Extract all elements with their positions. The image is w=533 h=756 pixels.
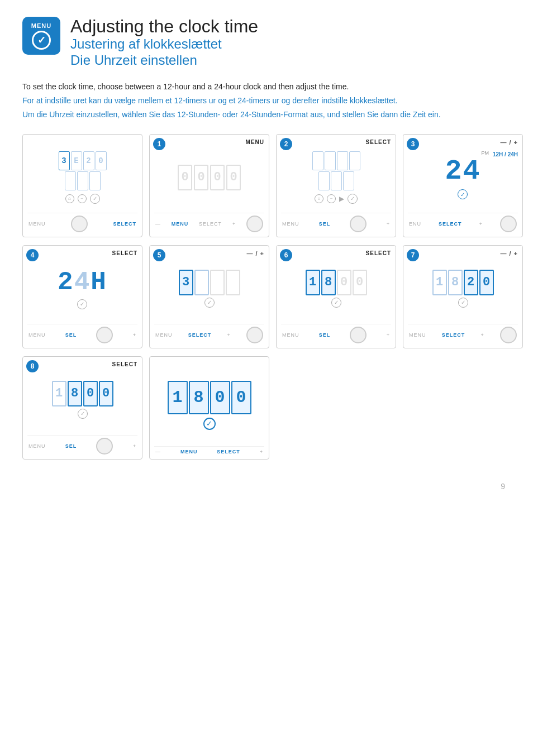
pm-indicator: PM: [482, 150, 489, 156]
page-number: 9: [22, 482, 511, 491]
house-icon: ⌂: [65, 194, 74, 203]
step0-display: 3 E 2 0 ⌂ ~ ✓: [30, 151, 135, 204]
seg-display-1: 0 0 0 0: [178, 165, 241, 190]
display-area-final: 1 8 0 0 ✓: [154, 361, 264, 446]
menu-icon-box: MENU: [22, 17, 60, 55]
bb-sel-4: SEL: [65, 332, 77, 338]
action-label-4: SELECT: [112, 250, 137, 256]
display-area-2: ⌂ ~ ▶ ✓: [281, 139, 391, 213]
action-label-6: SELECT: [366, 250, 391, 256]
bb-menu-0: MENU: [28, 221, 46, 227]
title-da: Justering af klokkeslættet: [70, 36, 258, 52]
s6-d4: 0: [353, 270, 367, 295]
fd3: 0: [210, 381, 230, 414]
final-digits: 1 8 0 0: [168, 381, 251, 414]
d3-s1: 0: [210, 165, 225, 190]
d4-s1: 0: [226, 165, 241, 190]
bb-plus-1: +: [232, 221, 236, 227]
big24-display: 24: [445, 155, 480, 187]
knob-1: [246, 216, 263, 232]
digit-2: 2: [83, 151, 94, 170]
desc-da: For at indstille uret kan du vælge melle…: [22, 95, 511, 107]
s6-d1: 1: [306, 270, 320, 295]
s7-d2: 8: [448, 270, 463, 295]
s2-d3: [337, 151, 348, 170]
action-label-1: MENU: [246, 139, 264, 145]
bb-plus-4: +: [133, 332, 136, 338]
bottom-bar-2: MENU SEL +: [281, 213, 391, 232]
display-area-0: 3 E 2 0 ⌂ ~ ✓: [27, 139, 137, 213]
bb-plus-5: +: [227, 332, 230, 338]
steps-row1: 3 E 2 0 ⌂ ~ ✓ MENU SELE: [22, 134, 511, 237]
s8-d2: 8: [68, 381, 82, 406]
bb-dash-1: —: [155, 221, 161, 227]
s5-d1: 3: [179, 270, 193, 295]
bb-plus-8: +: [133, 443, 136, 449]
step-card-5: 5 — / + 3 ✓ MENU SELECT +: [149, 245, 269, 348]
bb-menu-7: MENU: [409, 332, 426, 338]
bb-sel-5: SELECT: [188, 332, 212, 338]
knob-0: [71, 216, 88, 232]
s2-top-row: [312, 151, 360, 170]
step-num-8: 8: [26, 360, 39, 372]
bb-menu-2: MENU: [282, 221, 299, 227]
final-check-icon: ✓: [203, 418, 216, 430]
s2-check-icon: ✓: [348, 194, 358, 204]
step-card-8: 8 SELECT 1 8 0 0 ✓ MENU SEL +: [22, 356, 142, 460]
digit-bot1: [65, 171, 76, 190]
display-area-6: 1 8 0 0 ✓: [281, 250, 391, 324]
step-num-5: 5: [153, 249, 165, 261]
display-area-3: 24 ✓: [408, 139, 518, 213]
step-card-2: 2 SELECT ⌂ ~ ▶: [276, 134, 396, 237]
display-area-5: 3 ✓: [154, 250, 264, 324]
digit-E: E: [71, 151, 82, 170]
s2-b2: [331, 171, 342, 190]
s5-d2: [194, 270, 209, 295]
bb-sel-1: SELECT: [199, 221, 222, 227]
step-card-4: 4 SELECT 24H ✓ MENU SEL +: [22, 245, 142, 348]
step0-bot-row: [65, 171, 101, 190]
s7-check: ✓: [458, 298, 468, 308]
display-area-7: 1 8 2 0 ✓: [408, 250, 518, 324]
knob-4: [96, 327, 113, 343]
fd1: 1: [168, 381, 188, 414]
step0-icons: ⌂ ~ ✓: [65, 194, 100, 204]
bb-sel-f: SELECT: [217, 449, 240, 454]
action-label-7: — / +: [500, 250, 518, 257]
steps-row3: 8 SELECT 1 8 0 0 ✓ MENU SEL +: [22, 356, 511, 460]
step-card-final: 1 8 0 0 ✓ — MENU SELECT +: [149, 356, 269, 460]
s7-d4: 0: [479, 270, 494, 295]
bb-sel-2: SEL: [319, 221, 331, 227]
bb-sel-3: SELECT: [439, 221, 462, 227]
step-num-6: 6: [280, 249, 292, 261]
step-card-0: 3 E 2 0 ⌂ ~ ✓ MENU SELE: [22, 134, 142, 237]
s8-d4: 0: [99, 381, 113, 406]
knob-6: [350, 327, 367, 343]
knob-5: [246, 327, 263, 343]
bb-plus-3: +: [479, 221, 483, 227]
digit-bot3: [89, 171, 101, 190]
header-titles: Adjusting the clock time Justering af kl…: [70, 17, 258, 69]
s3-check: ✓: [458, 189, 468, 199]
step-card-3: 3 — / + PM 12H / 24H 24 ✓ ENU SELECT +: [403, 134, 523, 237]
bb-plus-6: +: [387, 332, 390, 338]
step2-display: ⌂ ~ ▶ ✓: [283, 151, 389, 204]
bb-dash-f: —: [155, 449, 161, 454]
s5-check: ✓: [204, 298, 215, 308]
desc-de: Um die Uhrzeit einzustellen, wählen Sie …: [22, 109, 511, 121]
s5-d3: [210, 270, 225, 295]
step-num-4: 4: [26, 249, 39, 261]
bb-menu-1: MENU: [172, 221, 189, 227]
s5-digit-row: 3: [179, 270, 240, 295]
d1-s1: 0: [178, 165, 192, 190]
fmt-label: 12H / 24H: [493, 151, 518, 157]
display-area-8: 1 8 0 0 ✓: [27, 361, 137, 435]
bb-plus-2: +: [387, 221, 390, 227]
step-num-2: 2: [280, 138, 292, 150]
s2-b3: [343, 171, 354, 190]
display-area-4: 24H ✓: [27, 250, 137, 324]
s2-arrow: ▶: [339, 195, 344, 203]
action-label-8: SELECT: [112, 361, 137, 367]
s6-digit-row: 1 8 0 0: [306, 270, 367, 295]
s4-digits: 24H: [58, 268, 107, 297]
